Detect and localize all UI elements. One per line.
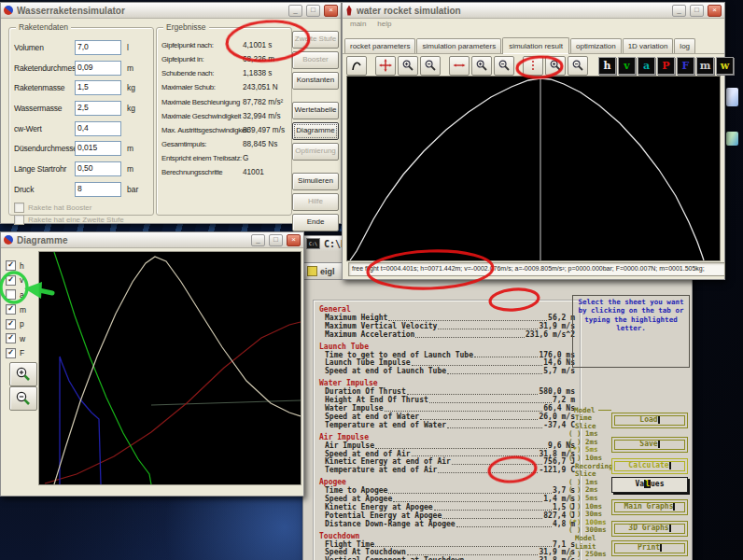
desktop-icon[interactable]: [726, 88, 738, 106]
curve-checkbox-row[interactable]: p: [6, 316, 37, 331]
desktop-icon[interactable]: [726, 132, 738, 146]
menu-item[interactable]: main: [350, 20, 366, 32]
curve-checkbox-row[interactable]: m: [6, 302, 37, 317]
quantity-letter-button[interactable]: v: [618, 57, 636, 75]
field-row: Druck 8 bar: [9, 181, 153, 202]
pan-cross-icon[interactable]: [375, 56, 396, 76]
simulator-button[interactable]: Zweite Stufe: [292, 31, 339, 49]
field-label: Länge Startrohr: [14, 164, 66, 174]
checkbox-label: p: [20, 319, 24, 329]
close-button[interactable]: ×: [708, 5, 722, 17]
simulator-button[interactable]: Konstanten: [292, 72, 339, 90]
quantity-letter-button[interactable]: a: [638, 57, 655, 75]
field-input[interactable]: 0,50: [75, 161, 121, 176]
tui-button[interactable]: Save: [611, 437, 688, 453]
tab[interactable]: optimization: [570, 38, 622, 53]
simulator-button[interactable]: Simulieren: [292, 173, 339, 190]
checkbox[interactable]: [6, 260, 16, 271]
field-label: Düsendurchmesser: [14, 144, 80, 153]
checkbox[interactable]: [6, 333, 16, 343]
field-input[interactable]: 2,5: [75, 101, 121, 116]
dot-leader: [474, 352, 539, 358]
v-scale-icon[interactable]: [523, 56, 543, 76]
curve-checkbox-row[interactable]: w: [6, 331, 37, 346]
zoom-in-button[interactable]: [9, 362, 37, 386]
field-input[interactable]: 8: [75, 182, 121, 197]
option-checkbox-row[interactable]: Rakete hat eine Zweite Stufe: [9, 214, 153, 226]
simulator-button[interactable]: Wertetabelle: [292, 102, 339, 119]
zoom-in-icon[interactable]: [545, 56, 566, 76]
field-input[interactable]: 1,5: [75, 80, 121, 95]
maximize-button[interactable]: □: [269, 234, 283, 246]
minimize-button[interactable]: _: [672, 5, 686, 17]
maximize-button[interactable]: □: [690, 5, 704, 17]
zoom-in-icon[interactable]: [471, 56, 492, 76]
field-row: cw-Wert 0,4: [9, 120, 153, 141]
field-input[interactable]: 7,0: [75, 40, 121, 55]
tab[interactable]: simulation result: [502, 37, 569, 54]
checkbox[interactable]: [6, 319, 16, 329]
curve-icon[interactable]: [346, 56, 367, 76]
menu-item[interactable]: help: [377, 20, 391, 32]
minimize-button[interactable]: _: [288, 5, 302, 17]
quantity-letter-button[interactable]: w: [716, 57, 734, 75]
simulator-button[interactable]: Hilfe: [292, 193, 339, 211]
zoom-out-icon[interactable]: [568, 56, 588, 76]
button-label: ues: [651, 480, 664, 488]
simulator-button[interactable]: Diagramme: [292, 122, 339, 140]
tui-button[interactable]: Calculate: [611, 458, 688, 474]
curve-checkbox-row[interactable]: F: [6, 346, 37, 361]
diagramme-plot[interactable]: [38, 251, 301, 485]
zoom-out-button[interactable]: [9, 386, 37, 411]
checkbox[interactable]: [14, 203, 24, 213]
console-section: Apogee Time to Apogee 3,7 s Speed at Apo…: [319, 479, 575, 528]
zoom-in-icon[interactable]: [398, 56, 418, 76]
tab[interactable]: log: [674, 38, 695, 53]
tui-button[interactable]: 3D Graphs: [611, 521, 688, 537]
checkbox[interactable]: [6, 289, 16, 300]
checkbox[interactable]: [6, 275, 16, 286]
field-input[interactable]: 0,015: [75, 141, 121, 156]
result-label: Schubende nach:: [161, 69, 214, 77]
checkbox-label: Rakete hat eine Zweite Stufe: [28, 216, 124, 224]
quantity-letter-button[interactable]: P: [657, 57, 675, 75]
maximize-button[interactable]: □: [306, 5, 320, 17]
simulator-button[interactable]: Ende: [292, 214, 339, 231]
quantity-letter-button[interactable]: m: [696, 57, 714, 75]
console-section: General Maximum Height 56,2 m Maximum Ve…: [319, 306, 575, 340]
section-rows: Maximum Height 56,2 m Maximum Vertical V…: [319, 315, 575, 340]
close-button[interactable]: ×: [324, 5, 338, 17]
value-row: Temperature at end of Air -121,9 C: [319, 467, 575, 475]
row-label: Distance Down-Range at Apogee: [325, 521, 456, 529]
curve-checkbox-row[interactable]: v: [6, 273, 37, 288]
simulator-button[interactable]: Optimierung: [292, 143, 339, 161]
tui-button[interactable]: Values: [611, 477, 688, 493]
height-curve: [347, 77, 720, 260]
curve-checkbox-row[interactable]: h: [6, 259, 37, 273]
zoom-out-icon[interactable]: [420, 56, 441, 76]
checkbox[interactable]: [6, 348, 16, 358]
checkbox[interactable]: [14, 215, 24, 225]
h-scale-icon[interactable]: [449, 56, 470, 76]
field-input[interactable]: 0,09: [75, 61, 121, 76]
eigl-icon: [307, 266, 317, 276]
simulator-button[interactable]: Booster: [292, 51, 339, 69]
button-hotkey: l: [644, 480, 651, 488]
zoom-out-icon[interactable]: [494, 56, 514, 76]
checkbox[interactable]: [6, 304, 16, 315]
tab[interactable]: 1D variation: [623, 38, 674, 53]
field-input[interactable]: 0,4: [75, 121, 121, 136]
quantity-letter-button[interactable]: F: [677, 57, 694, 75]
tui-button[interactable]: Load: [611, 413, 688, 428]
close-button[interactable]: ×: [287, 234, 301, 246]
height-plot[interactable]: [346, 76, 721, 261]
tui-button[interactable]: Main Graphs: [611, 499, 688, 515]
quantity-letter-button[interactable]: h: [598, 57, 616, 75]
option-checkbox-row[interactable]: Rakete hat Booster: [9, 202, 153, 214]
tui-button[interactable]: Print: [611, 540, 688, 556]
minimize-button[interactable]: _: [251, 234, 265, 246]
tab[interactable]: rocket parameters: [344, 38, 415, 53]
tab[interactable]: simulation parameters: [416, 38, 501, 53]
curve-checkbox-row[interactable]: a: [6, 287, 37, 302]
result-label: Gesamtimpuls:: [161, 140, 206, 148]
